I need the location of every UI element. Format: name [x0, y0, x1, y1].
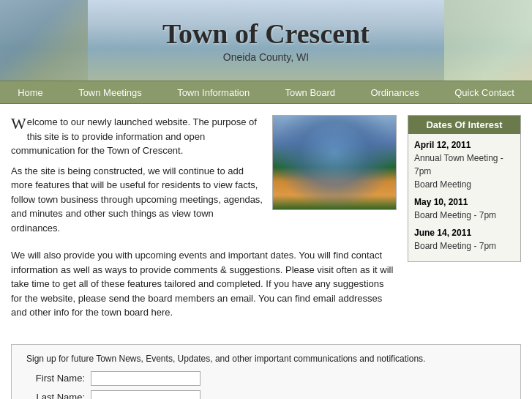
- intro-paragraph-1: Welcome to our newly launched website. T…: [11, 115, 263, 158]
- content-wrapper: Welcome to our newly launched website. T…: [0, 104, 532, 337]
- dates-box: Dates Of Interest April 12, 2011 Annual …: [408, 115, 521, 262]
- last-name-label: Last Name:: [26, 392, 85, 399]
- first-name-label: First Name:: [26, 373, 85, 384]
- header-bg-left: [0, 0, 88, 81]
- big-letter-w: W: [11, 116, 26, 132]
- nav-town-meetings[interactable]: Town Meetings: [71, 84, 149, 101]
- nav-ordinances[interactable]: Ordinances: [363, 84, 426, 101]
- bottom-text: We will also provide you with upcoming e…: [11, 248, 397, 320]
- intro-paragraph-2: As the site is being constructed, we wil…: [11, 164, 263, 236]
- date-1: April 12, 2011: [414, 138, 514, 152]
- date-3: June 14, 2011: [414, 226, 514, 239]
- dates-header: Dates Of Interest: [408, 116, 520, 134]
- first-name-input[interactable]: [91, 371, 201, 386]
- nav-quick-contact[interactable]: Quick Contact: [447, 84, 522, 101]
- signup-section: Sign up for future Town News, Events, Up…: [11, 344, 521, 400]
- dates-content: April 12, 2011 Annual Town Meeting - 7pm…: [408, 134, 520, 261]
- header-title-block: Town of Crescent Oneida County, WI: [162, 18, 370, 63]
- last-name-input[interactable]: [91, 390, 201, 400]
- subevent-1: Board Meeting: [414, 178, 514, 191]
- site-header: Town of Crescent Oneida County, WI: [0, 0, 532, 81]
- date-entry-1: April 12, 2011 Annual Town Meeting - 7pm…: [414, 138, 514, 191]
- event-1: Annual Town Meeting - 7pm: [414, 152, 514, 178]
- last-name-row: Last Name:: [26, 390, 506, 400]
- bottom-paragraph-1: We will also provide you with upcoming e…: [11, 248, 397, 320]
- intro-text-1: elcome to our newly launched website. Th…: [11, 116, 257, 156]
- nature-photo: [272, 115, 397, 210]
- nav-town-board[interactable]: Town Board: [277, 84, 342, 101]
- date-entry-3: June 14, 2011 Board Meeting - 7pm: [414, 226, 514, 253]
- event-2: Board Meeting - 7pm: [414, 209, 514, 222]
- header-bg-right: [444, 0, 532, 81]
- site-subtitle: Oneida County, WI: [162, 51, 370, 63]
- sidebar: Dates Of Interest April 12, 2011 Annual …: [408, 115, 521, 326]
- date-2: May 10, 2011: [414, 195, 514, 209]
- signup-description: Sign up for future Town News, Events, Up…: [26, 354, 506, 364]
- nav-town-information[interactable]: Town Information: [170, 84, 257, 101]
- nature-photo-inner: [273, 116, 396, 209]
- site-title: Town of Crescent: [162, 18, 370, 50]
- event-3: Board Meeting - 7pm: [414, 239, 514, 253]
- intro-block: Welcome to our newly launched website. T…: [11, 115, 397, 241]
- date-entry-2: May 10, 2011 Board Meeting - 7pm: [414, 195, 514, 222]
- nav-home[interactable]: Home: [10, 84, 50, 101]
- first-name-row: First Name:: [26, 371, 506, 386]
- main-content: Welcome to our newly launched website. T…: [11, 115, 397, 326]
- navigation: Home Town Meetings Town Information Town…: [0, 81, 532, 104]
- intro-text: Welcome to our newly launched website. T…: [11, 115, 263, 241]
